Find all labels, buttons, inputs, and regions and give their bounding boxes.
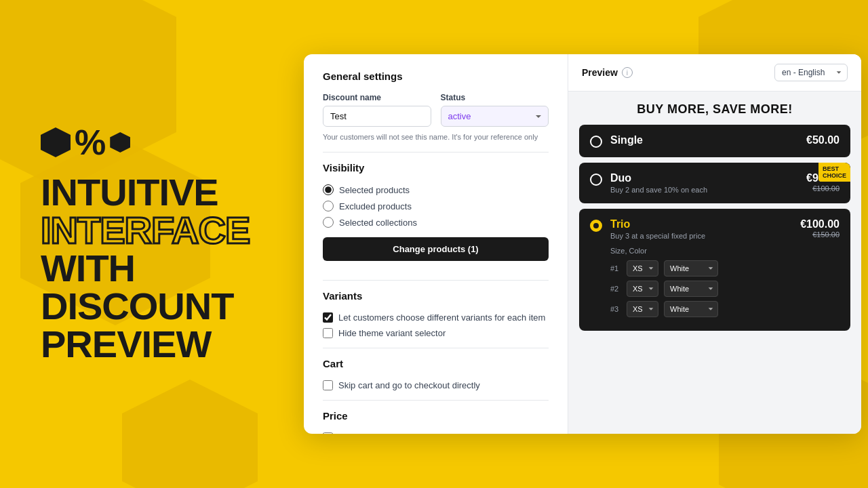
card-name-trio: Trio [610, 218, 792, 230]
checkbox-show-prices[interactable]: Show prices per item [323, 432, 549, 434]
radio-excluded-products[interactable]: Excluded products [323, 201, 549, 211]
percent-symbol: % [75, 125, 106, 160]
variants-title: Variants [323, 290, 549, 302]
divider-2 [323, 280, 549, 281]
card-desc-trio: Buy 3 at a special fixed price [610, 232, 792, 240]
card-info-duo: Duo Buy 2 and save 10% on each [610, 172, 798, 194]
preview-title-row: Preview i [582, 67, 633, 78]
status-label: Status [441, 93, 549, 102]
main-panel: General settings Discount name Status ac… [304, 54, 861, 434]
checkbox-skip-cart[interactable]: Skip cart and go to checkout directly [323, 380, 549, 390]
show-prices-checkbox[interactable] [323, 432, 333, 434]
discount-name-helper: Your customers will not see this name. I… [323, 132, 549, 142]
radio-selected-products-input[interactable] [323, 184, 334, 195]
hex-icon-large [41, 127, 71, 157]
product-card-single[interactable]: Single €50.00 [579, 125, 850, 157]
discount-name-input[interactable] [323, 106, 431, 127]
divider-4 [323, 400, 549, 401]
left-section: % INTUITIVE INTERFACE WITH DISCOUNT PREV… [0, 0, 305, 488]
card-original-price-duo: €100.00 [806, 184, 840, 192]
variant-row-2: #2 XSSML WhiteBlackRed [610, 281, 792, 297]
divider-3 [323, 348, 549, 348]
info-icon[interactable]: i [622, 67, 633, 78]
radio-excluded-products-input[interactable] [323, 201, 334, 211]
card-price-value-single: €50.00 [806, 134, 840, 146]
radio-selected-collections[interactable]: Selected collections [323, 217, 549, 228]
divider-1 [323, 152, 549, 152]
cart-title: Cart [323, 358, 549, 369]
radio-selected-products-label: Selected products [339, 185, 410, 195]
settings-pane: General settings Discount name Status ac… [304, 54, 568, 434]
radio-selected-collections-input[interactable] [323, 217, 334, 228]
percent-icon-group: % [41, 125, 285, 160]
hide-variant-checkbox[interactable] [323, 328, 333, 338]
radio-excluded-products-label: Excluded products [339, 201, 412, 211]
language-select[interactable]: en - English fr - French de - German [774, 64, 848, 81]
product-card-duo[interactable]: Duo Buy 2 and save 10% on each €90.00 €1… [579, 163, 850, 203]
variant-size-select-3[interactable]: XSSML [627, 301, 658, 317]
variants-label-trio: Size, Color [610, 247, 792, 255]
preview-pane: Preview i en - English fr - French de - … [568, 54, 861, 434]
card-info-single: Single [610, 134, 798, 148]
checkbox-hide-variant[interactable]: Hide theme variant selector [323, 328, 549, 338]
hex-icon-small [110, 132, 130, 152]
card-original-price-trio: €150.00 [800, 230, 840, 239]
left-title-with: WITH [41, 249, 285, 287]
different-variants-label: Let customers choose different variants … [338, 312, 545, 323]
preview-header: Preview i en - English fr - French de - … [568, 54, 861, 92]
radio-selected-products[interactable]: Selected products [323, 184, 549, 195]
preview-cards-area: BUY MORE, SAVE MORE! Single €50.00 Duo B… [568, 92, 861, 434]
card-name-single: Single [610, 134, 798, 146]
show-prices-label: Show prices per item [338, 432, 420, 434]
preview-label: Preview [582, 67, 618, 78]
card-price-single: €50.00 [806, 134, 840, 146]
price-title: Price [323, 410, 549, 422]
visibility-title: Visibility [323, 162, 549, 174]
variant-num-2: #2 [610, 285, 621, 293]
discount-name-status-row: Discount name Status active inactive [323, 93, 549, 127]
variant-row-1: #1 XSSML WhiteBlackRed [610, 260, 792, 277]
change-products-button[interactable]: Change products (1) [323, 237, 549, 261]
card-price-trio: €100.00 €150.00 [800, 218, 840, 239]
general-settings-title: General settings [323, 70, 549, 82]
best-choice-badge: BESTCHOICE [818, 163, 850, 182]
product-card-trio[interactable]: Trio Buy 3 at a special fixed price Size… [579, 209, 850, 331]
card-price-value-trio: €100.00 [800, 218, 840, 230]
visibility-radio-group: Selected products Excluded products Sele… [323, 184, 549, 228]
discount-name-label: Discount name [323, 93, 431, 102]
card-name-duo: Duo [610, 172, 798, 184]
variant-row-3: #3 XSSML WhiteBlackRed [610, 301, 792, 317]
skip-cart-checkbox[interactable] [323, 380, 333, 390]
left-title-interface: INTERFACE [41, 211, 285, 249]
buy-more-title: BUY MORE, SAVE MORE! [579, 102, 850, 117]
card-radio-trio[interactable] [590, 220, 602, 232]
variant-color-select-2[interactable]: WhiteBlackRed [664, 281, 718, 297]
hide-variant-label: Hide theme variant selector [338, 328, 446, 338]
checkbox-different-variants[interactable]: Let customers choose different variants … [323, 312, 549, 323]
different-variants-checkbox[interactable] [323, 312, 333, 323]
skip-cart-label: Skip cart and go to checkout directly [338, 380, 480, 390]
card-radio-duo[interactable] [590, 174, 602, 186]
radio-selected-collections-label: Selected collections [339, 218, 417, 228]
left-title-discount: DISCOUNT [41, 287, 285, 325]
discount-name-field-group: Discount name [323, 93, 431, 127]
card-radio-single[interactable] [590, 136, 602, 148]
card-info-trio: Trio Buy 3 at a special fixed price Size… [610, 218, 792, 321]
status-field-group: Status active inactive [441, 93, 549, 127]
left-title-intuitive: INTUITIVE [41, 174, 285, 211]
variant-color-select-3[interactable]: WhiteBlackRed [664, 301, 718, 317]
variant-size-select-2[interactable]: XSSML [627, 281, 658, 297]
left-title-preview: PREVIEW [41, 325, 285, 363]
trio-variants-section: Size, Color #1 XSSML WhiteBlackRed #2 [610, 247, 792, 317]
variant-num-3: #3 [610, 305, 621, 313]
variant-num-1: #1 [610, 264, 621, 272]
status-select[interactable]: active inactive [441, 106, 549, 127]
card-desc-duo: Buy 2 and save 10% on each [610, 186, 798, 194]
variant-color-select-1[interactable]: WhiteBlackRed [664, 260, 718, 277]
variant-size-select-1[interactable]: XSSML [627, 260, 658, 277]
